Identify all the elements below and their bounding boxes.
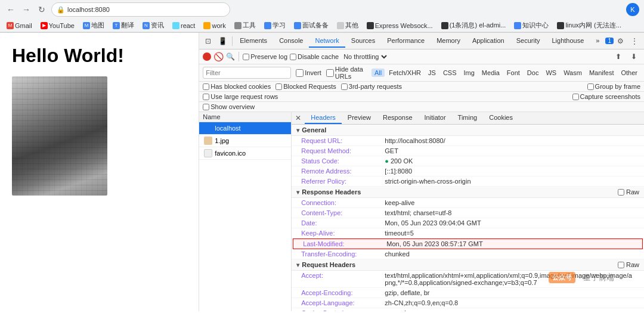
bookmark-tools[interactable]: 工具 xyxy=(233,20,258,30)
devtools-phone-icon[interactable]: 📱 xyxy=(215,36,231,47)
use-large-rows-label[interactable]: Use large request rows xyxy=(203,93,278,100)
filter-media[interactable]: Media xyxy=(479,69,503,77)
filter-ws[interactable]: WS xyxy=(543,69,559,77)
preserve-log-checkbox[interactable] xyxy=(243,54,249,60)
filter-input[interactable] xyxy=(203,67,291,79)
hide-data-urls-label[interactable]: Hide data URLs xyxy=(326,66,367,80)
raw-label[interactable]: Raw xyxy=(618,188,639,196)
filter-doc[interactable]: Doc xyxy=(524,69,542,77)
request-localhost[interactable]: localhost xyxy=(199,122,291,135)
capture-screenshots-label[interactable]: Capture screenshots xyxy=(572,93,641,100)
forward-button[interactable]: → xyxy=(20,4,32,16)
disable-cache-checkbox[interactable] xyxy=(290,54,296,60)
preserve-log-label[interactable]: Preserve log xyxy=(243,53,287,60)
connection-key: Connection: xyxy=(301,199,385,206)
throttle-select[interactable]: No throttling Fast 3G Slow 3G xyxy=(341,52,389,61)
third-party-checkbox[interactable] xyxy=(341,83,348,90)
details-tab-response[interactable]: Response xyxy=(377,112,419,124)
details-tab-timing[interactable]: Timing xyxy=(452,112,484,124)
details-tab-preview[interactable]: Preview xyxy=(342,112,377,124)
bookmark-gmail[interactable]: M Gmail xyxy=(5,21,34,30)
group-by-frame-label[interactable]: Group by frame xyxy=(587,83,640,90)
tab-memory[interactable]: Memory xyxy=(431,35,466,48)
bookmark-express[interactable]: Express Websock... xyxy=(365,21,435,30)
tab-lighthouse[interactable]: Lighthouse xyxy=(546,35,590,48)
bookmark-news[interactable]: N 资讯 xyxy=(141,20,166,30)
show-overview-label[interactable]: Show overview xyxy=(203,103,255,110)
filter-button[interactable]: 🔍 xyxy=(226,52,235,61)
invert-label[interactable]: Invert xyxy=(296,69,321,77)
bookmark-learn[interactable]: 学习 xyxy=(262,20,287,30)
details-tab-cookies[interactable]: Cookies xyxy=(483,112,519,124)
show-overview-checkbox[interactable] xyxy=(203,104,209,110)
tab-more[interactable]: » xyxy=(590,35,605,48)
bookmark-work[interactable]: work xyxy=(202,21,227,30)
filter-js[interactable]: JS xyxy=(425,69,439,77)
clear-button[interactable]: 🚫 xyxy=(213,52,224,61)
content-type-key: Content-Type: xyxy=(301,209,385,216)
tab-sources[interactable]: Sources xyxy=(345,35,381,48)
blocked-requests-label[interactable]: Blocked Requests xyxy=(275,83,336,90)
group-by-frame-checkbox[interactable] xyxy=(587,83,594,90)
hide-data-urls-checkbox[interactable] xyxy=(326,69,334,77)
bookmark-linux[interactable]: linux内网 (无法连... xyxy=(555,20,623,30)
bookmark-eladmin[interactable]: (1条消息) el-admi... xyxy=(439,20,508,30)
has-blocked-label[interactable]: Has blocked cookies xyxy=(203,83,271,90)
devtools-cursor-icon[interactable]: ⊡ xyxy=(202,36,215,47)
filter-other[interactable]: Other xyxy=(618,69,640,77)
capture-screenshots-checkbox[interactable] xyxy=(572,94,579,100)
details-tab-headers[interactable]: Headers xyxy=(305,112,342,124)
export-icon[interactable]: ⬇ xyxy=(627,51,640,62)
bookmark-other[interactable]: 其他 xyxy=(335,20,360,30)
import-icon[interactable]: ⬆ xyxy=(612,51,625,62)
filter-all[interactable]: All xyxy=(371,69,385,77)
request-headers-title: Request Headers xyxy=(302,261,355,268)
raw-checkbox-2[interactable] xyxy=(618,262,624,268)
close-details-button[interactable]: ✕ xyxy=(292,112,305,124)
has-blocked-checkbox[interactable] xyxy=(203,83,209,90)
address-bar[interactable]: 🔒 localhost:8080 xyxy=(51,2,230,17)
response-headers-section-header[interactable]: ▾ Response Headers Raw xyxy=(292,187,644,198)
react-icon xyxy=(172,22,179,29)
bookmark-translate[interactable]: T 翻译 xyxy=(111,20,136,30)
network-toolbar-4: Use large request rows Capture screensho… xyxy=(199,92,644,102)
tab-network[interactable]: Network xyxy=(309,35,345,48)
details-tab-initiator[interactable]: Initiator xyxy=(419,112,452,124)
third-party-label[interactable]: 3rd-party requests xyxy=(341,83,402,90)
back-button[interactable]: ← xyxy=(5,4,17,16)
bookmark-youtube[interactable]: ▶ YouTube xyxy=(39,21,76,30)
network-toolbar-1: 🚫 🔍 Preserve log Disable cache No thrott… xyxy=(199,49,644,64)
more-icon[interactable]: ⋮ xyxy=(627,36,642,47)
tab-elements[interactable]: Elements xyxy=(234,35,273,48)
settings-icon[interactable]: ⚙ xyxy=(614,36,627,47)
bookmark-maps[interactable]: M 地图 xyxy=(81,20,106,30)
blocked-requests-checkbox[interactable] xyxy=(275,83,282,90)
invert-checkbox[interactable] xyxy=(296,69,304,77)
request-1jpg[interactable]: 1.jpg xyxy=(199,135,291,147)
filter-fetch[interactable]: Fetch/XHR xyxy=(386,69,424,77)
raw-label-2[interactable]: Raw xyxy=(618,261,639,268)
ico-icon xyxy=(204,149,212,157)
filter-img[interactable]: Img xyxy=(461,69,478,77)
bookmark-interview[interactable]: 面试备备 xyxy=(292,20,330,30)
tab-performance[interactable]: Performance xyxy=(381,35,431,48)
filter-wasm[interactable]: Wasm xyxy=(561,69,585,77)
refresh-button[interactable]: ↻ xyxy=(36,4,48,16)
record-button[interactable] xyxy=(203,52,211,61)
raw-checkbox[interactable] xyxy=(618,189,624,196)
tab-console[interactable]: Console xyxy=(273,35,309,48)
bookmark-knowledge[interactable]: 知识中心 xyxy=(512,20,550,30)
filter-font[interactable]: Font xyxy=(504,69,523,77)
tab-application[interactable]: Application xyxy=(466,35,510,48)
profile-button[interactable]: K xyxy=(626,3,639,16)
filter-manifest[interactable]: Manifest xyxy=(586,69,617,77)
general-section-header[interactable]: ▾ General xyxy=(292,125,644,136)
referrer-policy-key: Referrer Policy: xyxy=(301,178,385,185)
filter-css[interactable]: CSS xyxy=(440,69,460,77)
request-headers-section-header[interactable]: ▾ Request Headers Raw xyxy=(292,259,644,271)
use-large-rows-checkbox[interactable] xyxy=(203,94,209,100)
disable-cache-label[interactable]: Disable cache xyxy=(290,53,339,60)
request-favicon[interactable]: favicon.ico xyxy=(199,147,291,160)
bookmark-react[interactable]: react xyxy=(171,21,197,30)
tab-security[interactable]: Security xyxy=(510,35,546,48)
